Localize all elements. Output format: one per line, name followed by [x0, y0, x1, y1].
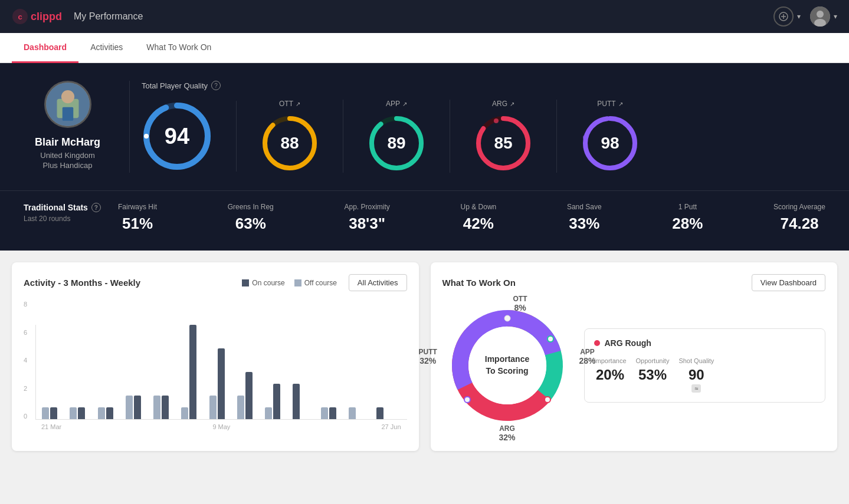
stat-name: 1 Putt — [678, 203, 697, 211]
arg-value: 85 — [494, 134, 512, 153]
putt-donut-label: PUTT 32% — [419, 348, 437, 365]
bar-off-course — [237, 396, 244, 419]
bottom-section: Activity - 3 Months - Weekly On course O… — [0, 251, 849, 463]
stat-item: Scoring Average 74.28 — [773, 203, 825, 233]
stats-section: Traditional Stats ? Last 20 rounds Fairw… — [0, 190, 849, 251]
arg-rough-card: ARG Rough Importance 20% Opportunity 53%… — [584, 328, 826, 403]
arg-metric-label: Importance — [594, 357, 627, 364]
logo-text: clippd — [31, 11, 62, 23]
chart-yaxis: 02468 — [24, 301, 35, 420]
chart-xlabels: 21 Mar9 May27 Jun — [24, 420, 407, 430]
chart-area: 02468 21 Mar9 May27 Jun — [24, 301, 407, 430]
add-chevron-icon: ▾ — [797, 12, 801, 21]
bar-group — [70, 407, 94, 419]
bar-off-course — [153, 396, 160, 419]
bar-on-course — [293, 384, 300, 419]
ott-value: 88 — [280, 134, 299, 153]
stat-name: Fairways Hit — [118, 203, 157, 211]
arg-metric-label: Opportunity — [636, 357, 670, 364]
work-card-title: What To Work On — [442, 278, 516, 288]
activity-card: Activity - 3 Months - Weekly On course O… — [12, 262, 419, 451]
stat-item: Sand Save 33% — [567, 203, 602, 233]
putt-circle: 98 — [581, 114, 640, 173]
svg-point-19 — [369, 141, 374, 146]
arg-metric-item: Importance 20% — [594, 357, 627, 393]
chart-legend: On course Off course — [242, 279, 337, 287]
nav-title: My Performance — [74, 11, 143, 22]
view-dashboard-button[interactable]: View Dashboard — [752, 274, 825, 291]
bar-group — [181, 325, 205, 419]
app-circle: 89 — [367, 114, 426, 173]
chart-grid: 02468 — [24, 301, 407, 420]
legend-off-course-label: Off course — [304, 279, 337, 287]
stat-value: 38'3" — [349, 215, 385, 233]
tab-what-to-work-on[interactable]: What To Work On — [135, 33, 223, 63]
bar-on-course — [245, 372, 253, 419]
bar-group — [265, 384, 289, 419]
app-label: APP ↗ — [386, 100, 407, 108]
stats-help-icon[interactable]: ? — [91, 203, 101, 212]
add-button-group[interactable]: ▾ — [773, 6, 801, 27]
y-axis-label: 4 — [24, 357, 35, 364]
bar-off-course — [126, 396, 133, 419]
arg-metric-value: 90 — [689, 367, 704, 383]
app-value: 89 — [387, 134, 405, 153]
arg-circle: 85 — [474, 114, 533, 173]
nav-right: ▾ ▾ — [773, 6, 837, 27]
logo[interactable]: c clippd — [12, 8, 62, 25]
tab-dashboard[interactable]: Dashboard — [12, 33, 78, 63]
work-card: What To Work On View Dashboard — [431, 262, 838, 451]
bar-off-course — [98, 407, 105, 419]
user-avatar[interactable] — [810, 6, 830, 27]
arg-card-title: ARG Rough — [594, 338, 816, 348]
bar-off-course — [321, 407, 328, 419]
x-axis-label: 27 Jun — [381, 423, 401, 430]
app-donut-label: APP 28% — [579, 348, 595, 365]
putt-score-item: PUTT ↗ 98 — [557, 100, 663, 173]
bar-off-course — [181, 407, 188, 419]
stat-item: Up & Down 42% — [461, 203, 497, 233]
svg-point-33 — [548, 336, 553, 342]
app-arrow-icon: ↗ — [402, 101, 407, 107]
ott-label: OTT ↗ — [279, 100, 300, 108]
stat-value: 63% — [235, 215, 266, 233]
user-chevron-icon: ▾ — [834, 12, 837, 21]
bar-group — [126, 396, 150, 419]
arg-metric-badge: ≈ — [691, 384, 701, 393]
bar-group — [349, 407, 373, 419]
add-button[interactable] — [773, 6, 794, 27]
stat-item: App. Proximity 38'3" — [344, 203, 389, 233]
bar-group — [376, 407, 401, 419]
player-avatar — [44, 81, 91, 128]
svg-text:c: c — [18, 12, 22, 21]
user-avatar-container[interactable]: ▾ — [810, 6, 837, 27]
ott-score-item: OTT ↗ 88 — [237, 100, 343, 173]
stat-item: 1 Putt 28% — [672, 203, 703, 233]
player-name: Blair McHarg — [35, 136, 100, 149]
svg-point-14 — [144, 134, 149, 139]
quality-help-icon[interactable]: ? — [211, 81, 221, 90]
bar-on-course — [162, 396, 169, 419]
bar-group — [209, 348, 234, 419]
all-activities-button[interactable]: All Activities — [349, 274, 407, 291]
svg-point-32 — [504, 315, 510, 321]
bar-on-course — [218, 348, 225, 419]
bar-on-course — [78, 407, 85, 419]
app-score-item: APP ↗ 89 — [343, 100, 450, 173]
tab-activities[interactable]: Activities — [78, 33, 135, 63]
donut-center-text: ImportanceTo Scoring — [485, 354, 529, 377]
arg-score-item: ARG ↗ 85 — [450, 100, 557, 173]
quality-section: Total Player Quality ? 94 — [130, 81, 825, 173]
stat-value: 74.28 — [780, 215, 818, 233]
ott-donut-label: OTT 8% — [513, 295, 527, 312]
bar-on-course — [50, 407, 57, 419]
chart-bars-container — [35, 325, 407, 420]
bar-group — [293, 384, 317, 419]
donut-chart: ImportanceTo Scoring — [442, 301, 572, 430]
work-content: ImportanceTo Scoring OTT 8% APP 28% ARG … — [442, 301, 826, 430]
bar-group — [42, 407, 66, 419]
player-handicap: Plus Handicap — [43, 161, 93, 170]
player-country: United Kingdom — [40, 151, 95, 160]
bar-off-course — [70, 407, 77, 419]
putt-label: PUTT ↗ — [597, 100, 622, 108]
